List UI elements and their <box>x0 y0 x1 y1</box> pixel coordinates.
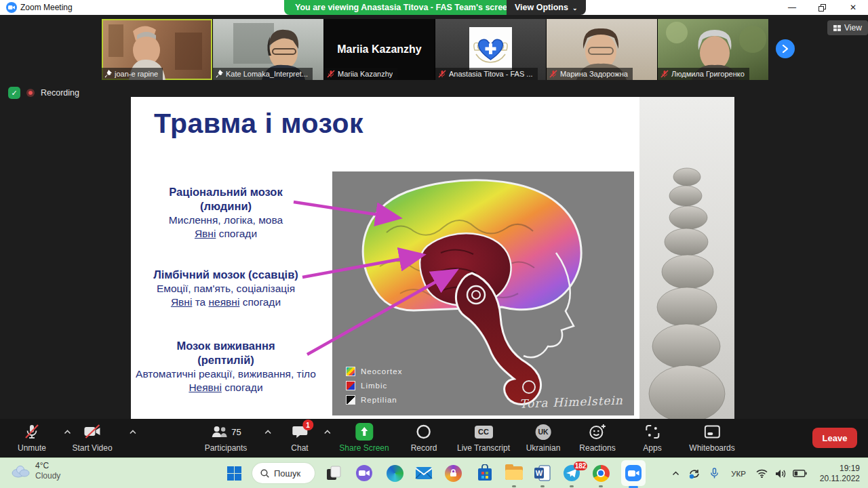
slide-title: Травма і мозок <box>154 108 363 140</box>
muted-mic-icon <box>438 70 446 78</box>
maximize-button[interactable] <box>807 0 837 15</box>
edge-browser-icon[interactable] <box>385 464 404 483</box>
muted-mic-icon <box>660 70 669 78</box>
tray-chevron-up[interactable] <box>666 471 685 476</box>
participant-tile[interactable]: Anastasia Titova - FAS ... <box>435 19 546 80</box>
whiteboard-icon <box>704 425 720 439</box>
battery-icon[interactable] <box>789 470 810 477</box>
start-video-button[interactable]: Start Video <box>72 423 112 453</box>
running-indicator <box>512 485 516 487</box>
minimize-button[interactable]: — <box>777 0 807 15</box>
chevron-down-icon: ⌄ <box>572 5 578 12</box>
brain-diagram-image: Neocortex Limbic Reptilian Tora Himelste… <box>332 171 634 415</box>
meet-camera-app-icon[interactable] <box>355 464 374 483</box>
participant-name-label: Anastasia Titova - FAS ... <box>435 68 538 80</box>
wifi-icon[interactable] <box>753 469 771 478</box>
windows-logo-icon <box>227 466 241 481</box>
security-shield-icon[interactable]: ✓ <box>8 87 20 99</box>
share-screen-icon <box>355 423 373 441</box>
search-label: Пошук <box>274 468 300 479</box>
start-button[interactable] <box>224 464 243 483</box>
participant-tile[interactable]: Марина Задорожна <box>547 19 657 80</box>
speaker-icon[interactable] <box>771 469 789 479</box>
taskbar-weather-widget[interactable]: 4°C Cloudy <box>9 461 60 481</box>
participant-name-label: Mariia Kazanzhy <box>324 68 397 80</box>
brain-legend: Neocortex Limbic Reptilian <box>346 367 402 405</box>
avast-browser-icon[interactable] <box>443 464 462 483</box>
participant-name-label: Людмила Григоренко <box>658 68 749 80</box>
mail-app-icon[interactable] <box>414 464 433 483</box>
zoom-meeting-window: Zoom Meeting You are viewing Anastasia T… <box>0 0 868 488</box>
chrome-browser-icon[interactable] <box>591 464 610 483</box>
restore-icon <box>818 4 825 11</box>
view-options-button[interactable]: View Options⌄ <box>507 0 586 15</box>
interpretation-button[interactable]: UK Ukrainian <box>526 423 561 453</box>
chat-button[interactable]: 1 Chat <box>291 423 308 453</box>
next-participants-button[interactable] <box>776 39 795 58</box>
pin-icon <box>104 70 112 78</box>
organization-logo <box>469 27 512 70</box>
reptilian-swatch-icon <box>346 395 355 405</box>
participant-name-label: joan-e rapine <box>102 68 163 80</box>
slide-text-block-rational: Раціональний мозок (людини) Мислення, ло… <box>131 185 321 241</box>
muted-mic-icon <box>24 424 39 440</box>
clock-date: 20.11.2022 <box>820 474 860 484</box>
word-app-icon[interactable]: W <box>533 464 552 483</box>
leave-button[interactable]: Leave <box>812 428 857 448</box>
running-indicator <box>599 485 603 487</box>
participants-count: 75 <box>231 427 241 437</box>
participant-tile[interactable]: Людмила Григоренко <box>658 19 768 80</box>
cloud-icon <box>9 464 30 479</box>
participant-name-label: Kate Lomaka_Interpret... <box>213 68 313 80</box>
slide-text-block-limbic: Лімбічний мозок (ссавців) Емоції, пам'ят… <box>131 268 321 309</box>
screen-share-banner: You are viewing Anastasia Titova - FAS T… <box>284 0 524 15</box>
zoom-app-taskbar-icon[interactable] <box>624 464 643 483</box>
task-view-icon[interactable] <box>324 464 343 483</box>
chat-badge: 1 <box>302 420 313 430</box>
chevron-up-icon[interactable] <box>323 430 331 434</box>
slide-text-block-survival: Мозок виживання (рептилій) Автоматичні р… <box>131 339 321 394</box>
recording-label: Recording <box>41 88 79 98</box>
close-button[interactable]: ✕ <box>838 0 868 15</box>
windows-taskbar: 4°C Cloudy Пошук <box>0 458 868 488</box>
weather-temperature: 4°C <box>35 461 60 471</box>
chevron-up-icon[interactable] <box>64 430 71 434</box>
live-transcript-button[interactable]: CC Live Transcript <box>457 423 510 453</box>
grid-view-icon <box>833 25 841 31</box>
taskbar-search[interactable]: Пошук <box>252 463 315 483</box>
apps-button[interactable]: Apps <box>643 423 661 453</box>
share-screen-button[interactable]: Share Screen <box>339 423 389 453</box>
video-filmstrip: joan-e rapine Kate Lomaka_Interpret... <box>102 19 768 80</box>
zoom-app-icon <box>6 2 17 13</box>
telegram-badge: 182 <box>574 462 587 470</box>
tray-microphone-icon[interactable] <box>704 468 724 479</box>
apps-icon <box>645 424 660 439</box>
telegram-app-icon[interactable]: 182 <box>562 464 581 483</box>
video-off-icon <box>83 424 102 439</box>
clock-time: 19:19 <box>820 464 860 474</box>
muted-mic-icon <box>327 70 335 78</box>
language-indicator[interactable]: УКР <box>724 470 753 478</box>
chevron-up-icon[interactable] <box>129 430 136 434</box>
record-button[interactable]: Record <box>411 423 437 453</box>
file-explorer-icon[interactable] <box>505 464 524 483</box>
participants-button[interactable]: 75 Participants <box>205 423 248 453</box>
zen-stones-photo <box>639 97 734 419</box>
tray-clock[interactable]: 19:19 20.11.2022 <box>810 464 868 484</box>
unmute-button[interactable]: Unmute <box>18 423 46 453</box>
cc-icon: CC <box>475 426 493 439</box>
chevron-up-icon[interactable] <box>264 430 272 434</box>
participant-tile[interactable]: Mariia Kazanzhy Mariia Kazanzhy <box>324 19 435 80</box>
participants-icon <box>210 425 228 439</box>
reactions-button[interactable]: Reactions <box>579 423 615 453</box>
participant-tile[interactable]: Kate Lomaka_Interpret... <box>213 19 323 80</box>
participant-tile[interactable]: joan-e rapine <box>102 19 212 80</box>
neocortex-swatch-icon <box>346 367 355 376</box>
microsoft-store-icon[interactable] <box>475 464 494 483</box>
whiteboards-button[interactable]: Whiteboards <box>689 423 734 453</box>
onedrive-sync-icon[interactable] <box>685 468 704 479</box>
view-layout-button[interactable]: View <box>827 20 868 35</box>
chevron-right-icon <box>782 45 789 53</box>
participant-name-label: Марина Задорожна <box>547 68 633 80</box>
recording-dot-icon <box>26 89 35 97</box>
